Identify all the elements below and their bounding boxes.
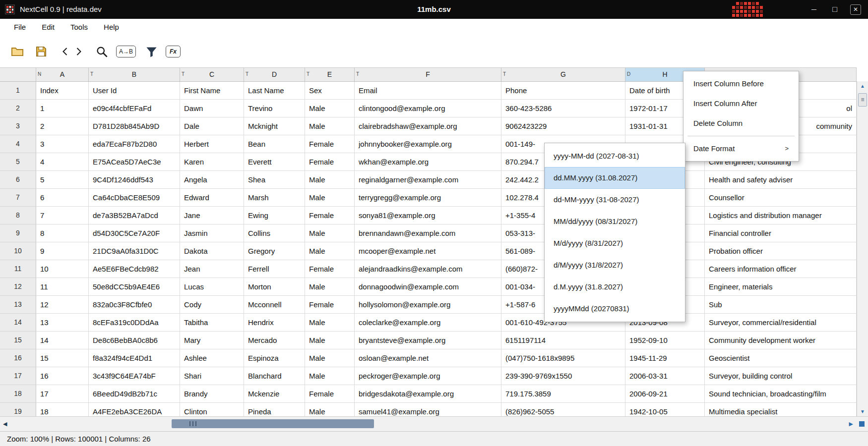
column-header-C[interactable]: TC [180,68,244,82]
column-header-E[interactable]: TE [305,68,355,82]
cell[interactable]: 6 [36,189,89,207]
row-number[interactable]: 14 [0,314,36,332]
cell[interactable]: 719.175.3859 [501,385,625,403]
cell[interactable]: 9062423229 [501,117,625,135]
cell[interactable]: 832a0c3F8Cfbfe0 [89,296,180,314]
cell[interactable]: samuel41@example.org [355,403,501,417]
cell[interactable]: Clinton [180,403,244,417]
cell[interactable]: Logistics and distribution manager [705,207,857,224]
select-all-corner[interactable] [0,68,36,82]
cell[interactable]: 1952-09-10 [625,332,705,349]
cell[interactable]: Morton [244,278,305,296]
cell[interactable]: E75ACea5D7AeC3e [89,153,180,171]
cell[interactable]: Mcconnell [244,296,305,314]
cell[interactable]: Blanchard [244,367,305,385]
cell[interactable]: Male [305,242,355,260]
cell[interactable]: Mary [180,332,244,349]
cell[interactable]: 7 [36,207,89,224]
menu-tools[interactable]: Tools [62,19,96,36]
cell[interactable]: (826)962-5055 [501,403,625,417]
date-format-option[interactable]: d.M.yyyy (31.8.2027) [545,276,685,298]
cell[interactable]: Ae5E6FBeCdcb982 [89,260,180,278]
cell[interactable]: Male [305,100,355,117]
cell[interactable]: Male [305,224,355,242]
find-replace-button[interactable]: A→B [116,42,136,61]
cell[interactable]: 50e8dCC5b9AE4E6 [89,278,180,296]
cell[interactable]: User Id [89,82,180,100]
cell[interactable]: 3 [36,135,89,153]
date-format-option[interactable]: dd-MM-yyyy (31-08-2027) [545,189,685,211]
cell[interactable]: 8cEFa319c0DDdAa [89,314,180,332]
cell[interactable]: peckroger@example.org [355,367,501,385]
cell[interactable]: 15 [36,349,89,367]
cell[interactable]: Sex [305,82,355,100]
cell[interactable]: 1945-11-29 [625,349,705,367]
row-number[interactable]: 3 [0,117,36,135]
horizontal-scroll-thumb[interactable] [172,419,374,428]
cell[interactable]: Phone [501,82,625,100]
cell[interactable]: De8c6BebBA0c8b6 [89,332,180,349]
cell[interactable]: A4FE2ebA3CE26DA [89,403,180,417]
cell[interactable]: Geoscientist [705,349,857,367]
cell[interactable]: Male [305,349,355,367]
search-button[interactable] [93,42,110,61]
cell[interactable]: 8 [36,224,89,242]
cell[interactable]: Sub [705,296,857,314]
cell[interactable]: 10 [36,260,89,278]
vertical-scrollbar[interactable]: ▲ ≡ ▼ [857,81,868,416]
menu-item-delete-column[interactable]: Delete Column [683,113,799,133]
cell[interactable]: johnnybooker@example.org [355,135,501,153]
cell[interactable]: 18 [36,403,89,417]
cell[interactable]: terrygregg@example.org [355,189,501,207]
maximize-button[interactable]: □ [824,0,845,19]
cell[interactable]: bryantsteve@example.org [355,332,501,349]
row-number[interactable]: 19 [0,403,36,417]
row-number[interactable]: 1 [0,82,36,100]
cell[interactable]: Email [355,82,501,100]
cell[interactable]: 1 [36,100,89,117]
row-number[interactable]: 6 [0,171,36,189]
date-format-option[interactable]: MM/dd/yyyy (08/31/2027) [545,211,685,232]
menu-file[interactable]: File [6,19,34,36]
cell[interactable]: brennandawn@example.com [355,224,501,242]
cell[interactable]: wkhan@example.org [355,153,501,171]
cell[interactable]: Female [305,260,355,278]
cell[interactable]: Hendrix [244,314,305,332]
cell[interactable]: Male [305,314,355,332]
menu-item-insert-column-after[interactable]: Insert Column After [683,94,799,113]
cell[interactable]: Herbert [180,135,244,153]
cell[interactable]: Female [305,135,355,153]
cell[interactable]: Karen [180,153,244,171]
cell[interactable]: First Name [180,82,244,100]
cell[interactable]: Male [305,332,355,349]
row-number[interactable]: 12 [0,278,36,296]
cell[interactable]: Ewing [244,207,305,224]
cell[interactable]: Male [305,189,355,207]
cell[interactable]: Female [305,385,355,403]
cell[interactable]: Male [305,403,355,417]
filter-button[interactable] [143,42,160,61]
cell[interactable]: Dakota [180,242,244,260]
cell[interactable]: Collins [244,224,305,242]
row-number[interactable]: 2 [0,100,36,117]
cell[interactable]: Male [305,171,355,189]
cell[interactable]: Financial controller [705,224,857,242]
cell[interactable]: Female [305,153,355,171]
date-format-option[interactable]: M/d/yyyy (8/31/2027) [545,232,685,254]
cell[interactable]: 21DC9aA0fa31D0C [89,242,180,260]
menu-help[interactable]: Help [96,19,127,36]
row-number[interactable]: 13 [0,296,36,314]
cell[interactable]: 17 [36,385,89,403]
cell[interactable]: Trevino [244,100,305,117]
cell[interactable]: de7a3B52BA7aDcd [89,207,180,224]
cell[interactable]: Female [305,207,355,224]
cell[interactable]: sonya81@example.org [355,207,501,224]
cell[interactable]: Probation officer [705,242,857,260]
cell[interactable]: Edward [180,189,244,207]
menu-item-insert-column-before[interactable]: Insert Column Before [683,74,799,94]
column-header-D[interactable]: TD [244,68,305,82]
row-number[interactable]: 17 [0,367,36,385]
cell[interactable]: alejandraadkins@example.com [355,260,501,278]
cell[interactable]: Male [305,117,355,135]
cell[interactable]: 2006-03-31 [625,367,705,385]
